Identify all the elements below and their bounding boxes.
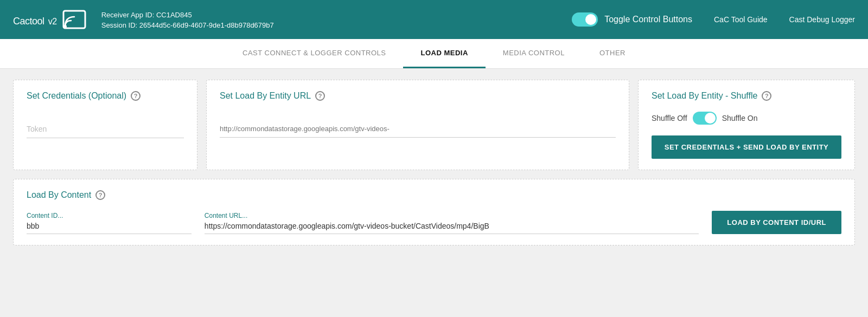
app-header: Cactool v2 Receiver App ID: CC1AD845 Ses… — [0, 0, 868, 39]
tab-media-control[interactable]: MEDIA CONTROL — [486, 39, 582, 68]
nav-logger-link[interactable]: Cast Debug Logger — [789, 15, 855, 24]
toggle-control-buttons[interactable] — [572, 12, 598, 27]
credentials-title: Set Credentials (Optional) ? — [27, 91, 184, 101]
cast-icon — [62, 10, 86, 29]
shuffle-off-label: Shuffle Off — [652, 114, 687, 122]
shuffle-card: Set Load By Entity - Shuffle ? Shuffle O… — [638, 80, 855, 170]
load-content-button[interactable]: LOAD BY CONTENT ID/URL — [712, 211, 841, 234]
content-url-label: Content URL... — [205, 212, 699, 219]
entity-url-input[interactable] — [220, 120, 616, 138]
nav-guide-link[interactable]: CaC Tool Guide — [714, 15, 768, 24]
tab-bar: CAST CONNECT & LOGGER CONTROLS LOAD MEDI… — [0, 39, 868, 69]
header-nav: CaC Tool Guide Cast Debug Logger — [714, 15, 855, 24]
shuffle-on-label: Shuffle On — [722, 114, 758, 122]
content-fields-row: Content ID... bbb Content URL... https:/… — [27, 211, 841, 234]
shuffle-title: Set Load By Entity - Shuffle ? — [652, 91, 841, 101]
content-id-group: Content ID... bbb — [27, 212, 192, 234]
logo-text: Cactool v2 — [13, 11, 57, 28]
svg-point-1 — [63, 25, 67, 28]
app-id-line: Receiver App ID: CC1AD845 — [101, 10, 572, 21]
main-content: Set Credentials (Optional) ? Set Load By… — [0, 69, 868, 317]
token-input[interactable] — [27, 120, 184, 138]
shuffle-toggle[interactable] — [693, 112, 717, 125]
content-url-group: Content URL... https://commondatastorage… — [205, 212, 699, 234]
session-id-line: Session ID: 26544d5c-66d9-4607-9de1-d8b9… — [101, 21, 572, 29]
load-by-content-card: Load By Content ? Content ID... bbb Cont… — [13, 179, 855, 245]
connection-info: Receiver App ID: CC1AD845 Session ID: 26… — [99, 10, 572, 29]
content-help-icon[interactable]: ? — [95, 190, 105, 200]
entity-url-help-icon[interactable]: ? — [315, 91, 325, 101]
top-cards-row: Set Credentials (Optional) ? Set Load By… — [13, 80, 855, 170]
shuffle-help-icon[interactable]: ? — [762, 91, 771, 101]
content-id-value: bbb — [27, 222, 192, 234]
content-url-value: https://commondatastorage.googleapis.com… — [205, 222, 699, 234]
credentials-card: Set Credentials (Optional) ? — [13, 80, 197, 170]
tab-load-media[interactable]: LOAD MEDIA — [403, 39, 485, 68]
credentials-help-icon[interactable]: ? — [131, 91, 141, 101]
toggle-section: Toggle Control Buttons — [572, 12, 692, 27]
load-by-content-title: Load By Content ? — [27, 190, 841, 200]
logo-section: Cactool v2 — [13, 10, 86, 29]
toggle-label: Toggle Control Buttons — [604, 15, 692, 24]
load-entity-url-card: Set Load By Entity URL ? — [206, 80, 629, 170]
tab-other[interactable]: OTHER — [582, 39, 643, 68]
content-id-label: Content ID... — [27, 212, 192, 219]
shuffle-toggle-row: Shuffle Off Shuffle On — [652, 112, 841, 125]
load-entity-url-title: Set Load By Entity URL ? — [220, 91, 616, 101]
send-load-by-entity-button[interactable]: SET CREDENTIALS + SEND LOAD BY ENTITY — [652, 135, 841, 159]
tab-cast-connect[interactable]: CAST CONNECT & LOGGER CONTROLS — [225, 39, 403, 68]
